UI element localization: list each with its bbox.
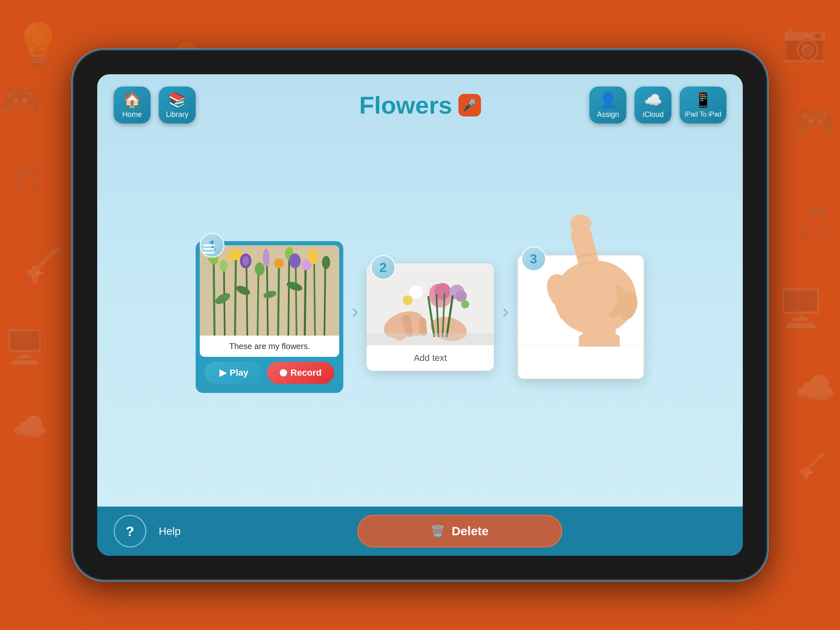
svg-point-39 [455,290,467,302]
svg-point-21 [289,253,301,268]
svg-line-1 [214,262,215,336]
help-label: Help [159,525,180,538]
help-question-mark: ? [126,523,135,539]
slide-1-controls: ▶ Play Record [200,357,339,389]
ipad-device: 🏠 Home 📚 Library Flowers 🎤 👤 A [71,48,769,582]
svg-rect-0 [200,245,339,336]
icloud-label: iCloud [643,110,664,119]
add-photo-icon: 🖼️ [568,281,593,305]
svg-line-14 [267,264,268,336]
hamburger-line-2 [203,248,215,250]
home-label: Home [122,110,142,119]
slide-1-wrapper: 1 [196,241,343,393]
play-button[interactable]: ▶ Play [205,362,263,384]
icloud-button[interactable]: ☁️ iCloud [635,87,671,123]
svg-point-15 [263,249,269,267]
home-icon: 🏠 [123,91,142,109]
assign-icon: 👤 [599,91,617,109]
slide-1-container: 1 [196,241,343,393]
ipad-to-ipad-label: iPad To iPad [685,110,721,118]
slide-1-card: These are my flowers. ▶ Play Record [196,241,343,393]
svg-point-27 [322,256,330,269]
library-label: Library [166,110,188,119]
title-area: Flowers 🎤 [359,91,481,119]
play-icon: ▶ [219,368,226,378]
ipad-to-ipad-icon: 📱 [694,91,712,109]
svg-line-18 [288,258,289,336]
flower-svg-1 [200,245,339,336]
slide-1-caption[interactable]: These are my flowers. [200,336,339,357]
svg-point-25 [308,249,318,264]
slide-2-caption[interactable]: Add text [367,345,494,371]
play-label: Play [230,368,248,378]
svg-line-12 [258,274,258,336]
svg-point-40 [403,295,413,305]
help-button[interactable]: ? [114,515,146,548]
assign-label: Assign [597,110,619,119]
svg-line-9 [247,266,247,336]
library-icon: 📚 [168,91,187,109]
slide-1-inner: These are my flowers. [200,245,339,357]
slide-2-number: 2 [371,255,395,280]
delete-button[interactable]: 🗑️ Delete [357,515,562,548]
slide-3-container: 3 🖼️ Add Photo [517,255,644,379]
svg-line-16 [278,268,279,336]
ipad-screen: 🏠 Home 📚 Library Flowers 🎤 👤 A [97,74,743,556]
svg-point-59 [570,215,591,233]
svg-point-37 [409,285,422,299]
main-content: 1 [97,132,743,507]
record-button[interactable]: Record [267,362,334,384]
svg-point-11 [242,256,249,266]
home-button[interactable]: 🏠 Home [114,87,151,123]
assign-button[interactable]: 👤 Assign [589,87,626,123]
slide-2-container: 2 [367,263,494,371]
svg-line-22 [305,270,306,336]
record-icon [280,369,287,377]
svg-point-17 [274,258,284,268]
delete-label: Delete [452,524,488,538]
slide-3-bottom [518,346,644,379]
slide-3-card[interactable]: 🖼️ Add Photo [517,255,644,379]
arrow-1: › [352,299,358,323]
svg-point-7 [227,253,235,261]
svg-line-24 [314,262,315,336]
svg-point-4 [219,260,228,272]
svg-line-3 [224,270,225,336]
svg-line-20 [296,266,297,336]
icloud-icon: ☁️ [644,91,662,109]
svg-line-5 [235,258,236,336]
svg-line-26 [324,268,325,336]
slide-3-number: 3 [521,247,546,271]
slide-1-image[interactable] [200,245,339,336]
hamburger-menu[interactable] [203,244,215,253]
record-label: Record [290,368,322,378]
ipad-to-ipad-button[interactable]: 📱 iPad To iPad [680,87,726,123]
app-title: Flowers [359,91,452,119]
hamburger-line-1 [203,244,215,246]
hamburger-line-3 [203,252,215,253]
library-button[interactable]: 📚 Library [159,87,196,123]
slide-2-card: Add text [367,263,494,371]
svg-point-13 [255,262,265,276]
top-bar: 🏠 Home 📚 Library Flowers 🎤 👤 A [97,74,743,132]
slide-2-wrapper: 2 [367,263,494,371]
add-photo-label: Add Photo [559,310,602,320]
slide-3-wrapper: 3 🖼️ Add Photo [517,255,644,379]
bottom-bar: ? Help 🗑️ Delete [97,507,743,556]
microphone-button[interactable]: 🎤 [458,94,481,116]
svg-point-41 [461,300,469,308]
nav-buttons-left: 🏠 Home 📚 Library [114,87,196,123]
arrow-2: › [502,299,509,323]
microphone-icon: 🎤 [462,98,477,112]
trash-icon: 🗑️ [431,525,445,538]
nav-buttons-right: 👤 Assign ☁️ iCloud 📱 iPad To iPad [589,87,726,123]
svg-rect-52 [367,333,494,345]
